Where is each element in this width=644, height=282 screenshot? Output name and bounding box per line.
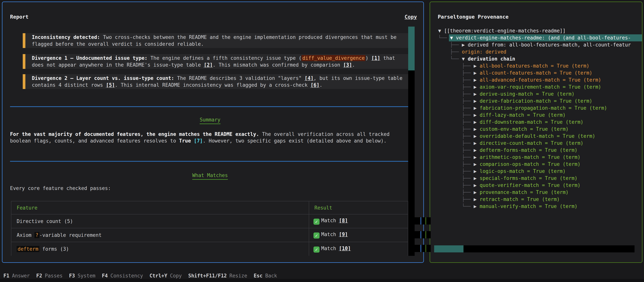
tree-toggle-icon[interactable]: ▶ (474, 77, 480, 83)
tree-row[interactable]: ├── ▶ defterm-forms-match = True (term) (438, 147, 642, 154)
summary-heading[interactable]: Summary (200, 117, 220, 124)
tree-row[interactable]: ├── ▶ diff-lazy-match = True (term) (438, 112, 642, 119)
key-hint[interactable]: F1Answer (4, 273, 30, 279)
key-name: F1 (4, 273, 9, 278)
scrollbar-thumb[interactable] (408, 27, 414, 70)
tree-label: logic-ops-match = True (term) (480, 168, 566, 174)
what-matches-heading[interactable]: What Matches (192, 173, 228, 180)
tree-toggle-icon[interactable]: ▼ (450, 35, 456, 41)
key-hint[interactable]: Shift+F11/F12Resize (188, 273, 247, 279)
summary-text: For the vast majority of documented feat… (10, 131, 410, 137)
key-action: System (78, 273, 96, 278)
tree-toggle-icon[interactable]: ▶ (474, 203, 480, 209)
feature-cell: defterm forms (3) (11, 242, 309, 256)
horizontal-scrollbar[interactable] (434, 245, 634, 252)
tree-guides: ├── (438, 77, 474, 83)
tree-row[interactable]: ├── ▶ retract-match = True (term) (438, 196, 642, 203)
tree-row[interactable]: ▼ [[theorem:verdict-engine-matches-readm… (438, 27, 642, 34)
tree-row[interactable]: ├── ▶ fabrication-propagation-match = Tr… (438, 105, 642, 112)
tree-row[interactable]: └── ▶ manual-verify-match = True (term) (438, 203, 642, 210)
summary-paragraph: For the vast majority of documented feat… (10, 131, 410, 144)
tree-toggle-icon[interactable]: ▶ (474, 126, 480, 132)
tree-row[interactable]: ├── ▶ logic-ops-match = True (term) (438, 168, 642, 175)
green-border-dash (426, 245, 426, 252)
tree-guides: ├── (438, 182, 474, 188)
tree-toggle-icon[interactable]: ▶ (474, 175, 480, 181)
tree-row[interactable]: └── ▼ derivation chain (438, 55, 642, 62)
tree-row[interactable]: ├── ▶ derived from: all-bool-features-ma… (438, 41, 642, 48)
window-bottom-strip (0, 279, 644, 282)
result-ref-link[interactable]: [10] (339, 246, 351, 251)
tree-label: provenance-match = True (term) (480, 189, 568, 195)
tree-row[interactable]: ├── ▶ directive-count-match = True (term… (438, 140, 642, 147)
result-label: Match (321, 246, 336, 251)
tree-label: retract-match = True (term) (480, 196, 560, 202)
tree-toggle-icon[interactable]: ▼ (438, 28, 444, 34)
tree-row[interactable]: ├── origin: derived (438, 48, 642, 55)
tree-row[interactable]: ├── ▶ derive-using-match = True (term) (438, 90, 642, 97)
tree-label: custom-env-match = True (term) (480, 126, 568, 132)
result-ref-link[interactable]: [9] (339, 231, 348, 237)
tree-toggle-icon[interactable]: ▶ (474, 154, 480, 160)
blue-border-dash (420, 245, 421, 252)
key-hint[interactable]: F4Consistency (102, 273, 143, 279)
key-hint[interactable]: F3System (69, 273, 95, 279)
tree-toggle-icon[interactable]: ▶ (474, 70, 480, 76)
tree-guides: ├── (438, 84, 474, 90)
tree-toggle-icon[interactable]: ▶ (474, 168, 480, 174)
tree-row[interactable]: ├── ▶ comparison-ops-match = True (term) (438, 161, 642, 168)
tree-toggle-icon[interactable]: ▼ (462, 56, 468, 62)
tree-toggle-icon[interactable]: ▶ (474, 119, 480, 125)
tree-toggle-icon[interactable]: ▶ (474, 98, 480, 104)
tree-row[interactable]: ├── ▶ provenance-match = True (term) (438, 189, 642, 196)
key-name: Esc (254, 273, 262, 278)
tree-row[interactable]: ├── ▶ quote-verifier-match = True (term) (438, 182, 642, 189)
tree-toggle-icon[interactable]: ▶ (474, 189, 480, 195)
tree-row[interactable]: ├── ▶ all-advanced-features-match = True… (438, 76, 642, 83)
tree-row[interactable]: ├── ▶ custom-env-match = True (term) (438, 126, 642, 133)
tree-toggle-icon[interactable]: ▶ (474, 140, 480, 146)
tree-toggle-icon[interactable]: ▶ (474, 133, 480, 139)
tree-toggle-icon[interactable]: ▶ (474, 112, 480, 118)
callout-text: Inconsistency detected: Two cross-checks… (32, 34, 408, 41)
tree-guides: ├── (438, 147, 474, 153)
tree-toggle-icon[interactable]: ▶ (462, 42, 468, 48)
tree-toggle-icon[interactable]: ▶ (474, 63, 480, 69)
tree-row[interactable]: ├── ▶ overridable-default-match = True (… (438, 133, 642, 140)
tree-row[interactable]: ├── ▶ axiom-var-requirement-match = True… (438, 83, 642, 90)
key-hint[interactable]: F2Passes (36, 273, 62, 279)
tree-toggle-icon[interactable]: ▶ (474, 196, 480, 202)
scrollbar-thumb[interactable] (434, 245, 464, 252)
tree-row[interactable]: ├── ▶ all-count-features-match = True (t… (438, 69, 642, 76)
tree-row[interactable]: ├── ▶ arithmetic-ops-match = True (term) (438, 154, 642, 161)
tree-label: quote-verifier-match = True (term) (480, 182, 580, 188)
key-hint[interactable]: Ctrl+YCopy (150, 273, 182, 279)
tree-guides: └── (438, 35, 450, 41)
feature-cell: Axiom ?-variable requirement (11, 228, 309, 242)
table-row: Axiom ?-variable requirement Match[9] (11, 228, 408, 242)
result-label: Match (321, 231, 336, 237)
key-action: Consistency (110, 273, 143, 278)
tree-toggle-icon[interactable]: ▶ (474, 147, 480, 153)
key-name: F4 (102, 273, 108, 278)
tree-row[interactable]: ├── ▶ derive-fabrication-match = True (t… (438, 97, 642, 105)
tree-toggle-icon[interactable]: ▶ (474, 105, 480, 111)
key-name: F2 (36, 273, 42, 278)
tree-label: manual-verify-match = True (term) (480, 203, 578, 209)
tree-row[interactable]: ├── ▶ special-forms-match = True (term) (438, 175, 642, 182)
key-hint[interactable]: EscBack (254, 273, 277, 279)
tree-row[interactable]: ├── ▶ diff-downstream-match = True (term… (438, 119, 642, 126)
tree-row[interactable]: └── ▼ verdict-engine-matches-readme: (an… (438, 34, 642, 41)
tree-toggle-icon[interactable]: ▶ (474, 84, 480, 90)
tree-toggle-icon[interactable]: ▶ (474, 91, 480, 97)
key-name: Ctrl+Y (150, 273, 167, 278)
tree-toggle-icon[interactable]: ▶ (474, 161, 480, 167)
tree-guides: ├── (438, 154, 474, 160)
copy-link[interactable]: Copy (404, 14, 417, 20)
scrollbar-track[interactable] (408, 70, 414, 256)
result-ref-link[interactable]: [8] (339, 218, 348, 223)
tree-toggle-icon[interactable]: ▶ (474, 182, 480, 188)
tree-row[interactable]: ├── ▶ all-bool-features-match = True (te… (438, 62, 642, 69)
tree-guides: ├── (438, 175, 474, 181)
tree-guides: ├── (438, 140, 474, 146)
